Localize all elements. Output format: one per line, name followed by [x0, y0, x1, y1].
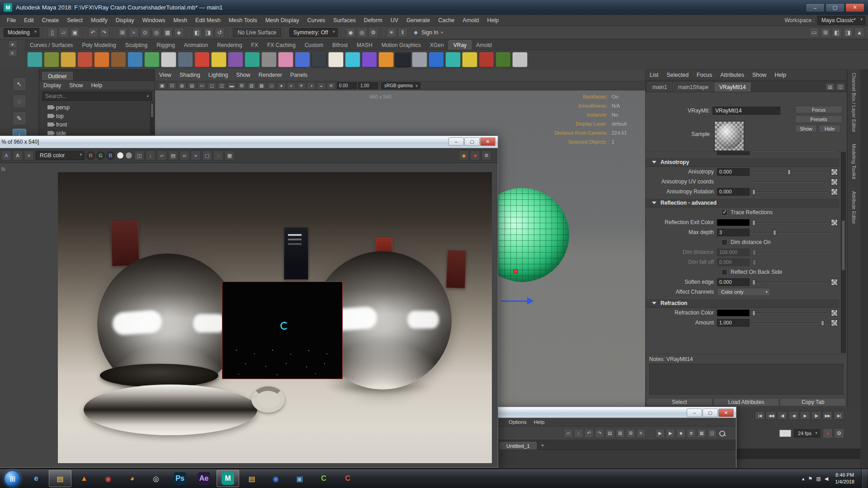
wireframe-mode-icon[interactable]: ◇ — [267, 82, 276, 89]
vfb-maximize-button[interactable]: ▢ — [703, 408, 718, 417]
shelf-tool-icon[interactable] — [127, 52, 143, 67]
shelf-tool-icon[interactable] — [194, 52, 210, 67]
sign-in-button[interactable]: Sign In — [410, 28, 447, 37]
clear-history-icon[interactable]: ■ — [676, 429, 685, 438]
slider-handle[interactable] — [753, 250, 756, 255]
collapse-ui-icon[interactable]: ▲ — [854, 28, 864, 38]
shelf-tool-icon[interactable] — [245, 52, 260, 67]
slider-handle[interactable] — [753, 260, 756, 265]
colorspace-dropdown[interactable]: sRGB gamma — [381, 82, 420, 89]
shelf-tab[interactable]: XGen — [425, 41, 448, 50]
shelf-tool-icon[interactable] — [512, 52, 528, 67]
workspace-dropdown[interactable]: Maya Classic* — [817, 16, 865, 25]
attribute-slider[interactable] — [752, 258, 835, 266]
section-header[interactable]: Reflection - advanced — [646, 198, 840, 207]
slider-handle[interactable] — [752, 280, 755, 285]
shelf-tool-icon[interactable] — [44, 52, 59, 67]
shelf-tool-icon[interactable] — [362, 52, 377, 67]
script-menu-item[interactable]: Options — [505, 417, 530, 427]
ae-node-tab[interactable]: VRayMtl14 — [714, 82, 751, 92]
command-completion-icon[interactable]: ◫ — [708, 429, 717, 438]
shelf-tab[interactable]: Bifrost — [328, 41, 352, 50]
checkbox[interactable] — [722, 239, 727, 245]
texture-map-button[interactable] — [831, 319, 838, 326]
focus-button[interactable]: Focus — [795, 106, 842, 113]
attribute-value-field[interactable]: 100.000 — [717, 249, 750, 256]
shelf-tool-icon[interactable] — [27, 52, 42, 67]
vfb-clipboard-icon[interactable]: ▤ — [168, 150, 178, 160]
shelf-tabs-menu-icon[interactable]: ▾ — [8, 41, 17, 48]
go-to-range-start-button[interactable]: |◀ — [755, 411, 765, 420]
modeling-toolkit-tab[interactable]: Modeling Toolkit — [851, 144, 857, 179]
go-to-range-end-button[interactable]: ▶| — [834, 411, 844, 420]
menu-item[interactable]: Create — [38, 15, 63, 26]
green-channel-toggle[interactable]: G — [96, 151, 105, 160]
exposure-field[interactable]: 0.00 — [337, 82, 357, 89]
menu-item[interactable]: Curves — [303, 15, 330, 26]
shelf-tool-icon[interactable] — [345, 52, 360, 67]
scrollbar-thumb[interactable] — [842, 221, 845, 270]
ae-footer-button[interactable]: Select — [646, 398, 712, 406]
shelf-tool-icon[interactable] — [178, 52, 193, 67]
slider-handle[interactable] — [752, 220, 755, 225]
tray-show-hidden-icon[interactable]: ▴ — [802, 476, 805, 482]
shelf-tool-icon[interactable] — [311, 52, 327, 67]
taskbar-window-app[interactable]: ▣ — [288, 470, 311, 487]
undo-script-icon[interactable]: ↶ — [585, 429, 594, 438]
script-editor-titlebar[interactable]: –▢✕ — [496, 407, 736, 418]
taskbar-explorer-2[interactable]: ▤ — [241, 470, 263, 487]
attribute-value-field[interactable]: 0.000 — [717, 188, 750, 196]
taskbar-clock[interactable]: 8:46 PM 1/4/2018 — [832, 472, 857, 485]
slider-handle[interactable] — [788, 169, 791, 175]
play-backwards-button[interactable]: ◀ — [788, 411, 799, 420]
shelf-tab[interactable]: Motion Graphics — [377, 41, 425, 50]
step-back-key-button[interactable]: ◀| — [777, 411, 788, 420]
shelf-tab[interactable]: Animation — [179, 41, 212, 50]
material-sample-swatch[interactable] — [714, 121, 744, 151]
play-forwards-button[interactable]: ▶ — [800, 411, 810, 420]
viewport-menu-item[interactable]: Show — [232, 70, 255, 80]
checkbox[interactable] — [722, 269, 727, 275]
paint-select-tool-icon[interactable]: ✎ — [13, 112, 26, 125]
menu-item[interactable]: Edit — [20, 15, 38, 26]
vfb-stop-render-icon[interactable]: ■ — [470, 150, 480, 160]
show-attributes-icon[interactable]: ▤ — [826, 83, 835, 90]
outliner-tab[interactable]: Outliner — [42, 72, 73, 80]
shelf-tab[interactable]: Poly Modeling — [77, 41, 120, 50]
texture-map-button[interactable] — [831, 219, 838, 226]
attribute-value-field[interactable]: 3 — [717, 229, 750, 236]
vfb-monitor-icon[interactable]: ▢ — [202, 150, 212, 160]
taskbar-maya[interactable]: M — [217, 470, 239, 487]
viewport-menu-item[interactable]: Panels — [286, 70, 311, 80]
snap-to-grid-icon[interactable]: ⊞ — [118, 28, 127, 38]
taskbar-chrome-2[interactable]: ◉ — [264, 470, 287, 487]
attribute-slider[interactable] — [752, 309, 828, 317]
ae-menu-item[interactable]: Selected — [662, 70, 693, 80]
tray-flag-icon[interactable]: ⚑ — [808, 476, 812, 482]
attribute-value-field[interactable]: 0.000 — [717, 168, 750, 176]
texture-map-button[interactable] — [831, 169, 838, 175]
redo-script-icon[interactable]: ↷ — [595, 429, 604, 438]
menu-item[interactable]: File — [3, 15, 20, 26]
vfb-titlebar[interactable]: % of 960 x 540] –▢✕ — [0, 136, 498, 148]
shelf-tool-icon[interactable] — [445, 52, 461, 67]
shelf-tab[interactable]: Custom — [300, 41, 328, 50]
menu-item[interactable]: Modify — [87, 15, 112, 26]
attribute-slider[interactable] — [752, 178, 828, 186]
shelf-tool-icon[interactable] — [412, 52, 427, 67]
vfb-open-image-icon[interactable]: ▱ — [157, 150, 167, 160]
shelf-tool-icon[interactable] — [161, 52, 176, 67]
filter-dropdown-icon[interactable]: ▾ — [146, 94, 149, 99]
redo-icon[interactable]: ↷ — [99, 28, 109, 38]
cut-script-icon[interactable]: ▤ — [605, 429, 614, 438]
attribute-slider[interactable] — [752, 319, 828, 327]
playback-speed-dropdown[interactable]: 24 fps — [794, 429, 820, 437]
hide-button[interactable]: Hide — [819, 125, 840, 132]
shaded-mode-icon[interactable]: ● — [277, 82, 286, 89]
execute-line-icon[interactable]: ▶ — [666, 429, 675, 438]
menu-item[interactable]: Mesh Display — [261, 15, 303, 26]
shelf-tab[interactable]: FX — [247, 41, 263, 50]
tray-network-icon[interactable]: ▥ — [816, 476, 821, 482]
shelf-tab[interactable]: Rigging — [152, 41, 179, 50]
image-plane-icon[interactable]: ▭ — [198, 82, 206, 89]
